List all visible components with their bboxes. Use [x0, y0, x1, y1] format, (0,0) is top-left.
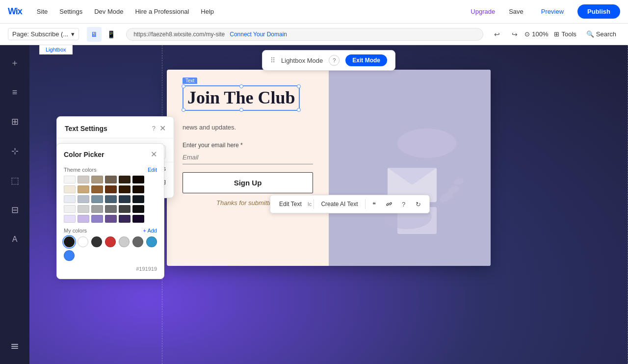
link-icon[interactable]	[382, 197, 396, 211]
theme-swatch[interactable]	[78, 185, 89, 193]
my-color-dark[interactable]	[91, 236, 102, 247]
exit-mode-button[interactable]: Exit Mode	[345, 54, 387, 66]
connect-domain-link[interactable]: Connect Your Domain	[230, 31, 287, 38]
sidebar-wix-apps-icon[interactable]: ⊟	[5, 200, 25, 220]
theme-swatch[interactable]	[132, 195, 144, 203]
theme-swatch[interactable]	[64, 205, 76, 213]
create-ai-text-button[interactable]: Create AI Text	[316, 199, 363, 209]
theme-swatch[interactable]	[64, 215, 76, 223]
left-sidebar: ＋ ≡ ⊞ ⊹ ⬚ ⊟ A	[0, 45, 29, 364]
theme-swatch[interactable]	[78, 176, 89, 183]
nav-devmode[interactable]: Dev Mode	[93, 6, 124, 17]
quote-icon[interactable]: ❝	[367, 197, 381, 211]
nav-settings[interactable]: Settings	[58, 6, 83, 17]
theme-swatch[interactable]	[78, 195, 89, 203]
theme-swatch[interactable]	[91, 215, 103, 223]
theme-swatch[interactable]	[78, 205, 89, 213]
handle-bm[interactable]	[239, 108, 243, 112]
my-color-red[interactable]	[105, 236, 116, 247]
theme-swatch[interactable]	[132, 176, 144, 183]
sidebar-components-icon[interactable]: ⊞	[5, 112, 25, 131]
sidebar-media-icon[interactable]: ⬚	[5, 171, 25, 190]
lightbox-help-button[interactable]: ?	[329, 55, 340, 66]
theme-swatch[interactable]	[119, 195, 131, 203]
theme-swatch[interactable]	[105, 185, 117, 193]
title-container[interactable]: Join The Club	[183, 85, 300, 111]
theme-swatch[interactable]	[105, 205, 117, 213]
theme-swatch[interactable]	[105, 195, 117, 203]
help-icon[interactable]: ?	[397, 197, 411, 211]
theme-color-row-4	[57, 204, 164, 214]
theme-swatch[interactable]	[64, 176, 76, 183]
text-type-label: Text	[183, 78, 197, 84]
theme-swatch[interactable]	[132, 205, 144, 213]
sidebar-apps-icon[interactable]: ⊹	[5, 141, 25, 161]
theme-swatch[interactable]	[91, 176, 103, 183]
nav-hire[interactable]: Hire a Professional	[134, 6, 190, 17]
theme-swatch[interactable]	[132, 215, 144, 223]
theme-color-row-1	[57, 175, 164, 184]
signup-button[interactable]: Sign Up	[183, 172, 313, 193]
sidebar-layers-icon[interactable]	[5, 337, 25, 356]
publish-button[interactable]: Publish	[577, 4, 620, 19]
nav-help[interactable]: Help	[200, 6, 215, 17]
my-color-light-gray[interactable]	[119, 236, 130, 247]
theme-swatch[interactable]	[78, 215, 89, 223]
handle-bl[interactable]	[182, 108, 185, 112]
rotate-icon[interactable]: ↻	[412, 197, 425, 211]
tools-label: Tools	[561, 30, 576, 38]
panel-header: Text Settings ? ✕	[57, 117, 174, 138]
mobile-view-button[interactable]: 📱	[104, 27, 118, 42]
svg-rect-1	[11, 346, 18, 347]
add-color-button[interactable]: + Add	[143, 228, 157, 234]
theme-swatch[interactable]	[105, 215, 117, 223]
sidebar-add-icon[interactable]: ＋	[5, 53, 25, 73]
edit-theme-colors-button[interactable]: Edit	[148, 167, 157, 173]
save-button[interactable]: Save	[505, 8, 527, 15]
theme-swatch[interactable]	[91, 185, 103, 193]
theme-swatch[interactable]	[132, 185, 144, 193]
theme-swatch[interactable]	[91, 195, 103, 203]
theme-swatch[interactable]	[105, 176, 117, 183]
theme-swatch[interactable]	[119, 176, 131, 183]
desktop-view-button[interactable]: 🖥	[87, 27, 102, 42]
sidebar-members-icon[interactable]: A	[5, 230, 25, 249]
color-picker-close-button[interactable]: ✕	[151, 150, 157, 159]
sidebar-pages-icon[interactable]: ≡	[5, 82, 25, 102]
my-color-black[interactable]	[64, 236, 75, 247]
editor-area: ＋ ≡ ⊞ ⊹ ⬚ ⊟ A ⠿ Lightbox Mode ? Exit Mod…	[0, 45, 628, 364]
theme-swatch[interactable]	[119, 185, 131, 193]
my-color-blue[interactable]	[146, 236, 157, 247]
theme-colors-label: Theme colors Edit	[57, 164, 164, 175]
lightbox-tab[interactable]: Lightbox	[39, 45, 73, 54]
theme-swatch[interactable]	[119, 205, 131, 213]
theme-swatch[interactable]	[64, 185, 76, 193]
email-input[interactable]	[183, 151, 313, 164]
redo-button[interactable]: ↪	[507, 26, 523, 42]
theme-swatch[interactable]	[64, 195, 76, 203]
panel-help-button[interactable]: ?	[152, 125, 156, 132]
handle-br[interactable]	[297, 108, 301, 112]
widget-form-area: Text Join The Club news and updates. Ent…	[167, 70, 329, 266]
preview-button[interactable]: Preview	[537, 8, 568, 15]
widget-title: Join The Club	[187, 88, 295, 107]
handle-tm[interactable]	[239, 84, 243, 88]
upgrade-button[interactable]: Upgrade	[471, 8, 495, 15]
my-color-white[interactable]	[78, 236, 88, 247]
theme-swatch[interactable]	[91, 205, 103, 213]
handle-tr[interactable]	[297, 84, 301, 88]
my-color-gray[interactable]	[132, 236, 143, 247]
site-url: https://faezeh8.wixsite.com/my-site	[133, 31, 225, 38]
edit-text-button[interactable]: Edit Text	[274, 199, 307, 209]
panel-close-button[interactable]: ✕	[159, 124, 166, 133]
undo-button[interactable]: ↩	[489, 26, 505, 42]
zoom-control[interactable]: ⊙ 100%	[524, 30, 548, 38]
theme-swatch[interactable]	[119, 215, 131, 223]
nav-site[interactable]: Site	[36, 6, 49, 17]
page-selector[interactable]: Page: Subscribe (... ▾	[8, 28, 79, 40]
my-color-bright-blue[interactable]	[64, 250, 75, 261]
search-button[interactable]: 🔍 Search	[582, 28, 620, 40]
handle-tl[interactable]	[182, 84, 185, 88]
tools-button[interactable]: ⊞ Tools	[550, 28, 580, 40]
widget-subtitle: news and updates.	[183, 123, 313, 132]
